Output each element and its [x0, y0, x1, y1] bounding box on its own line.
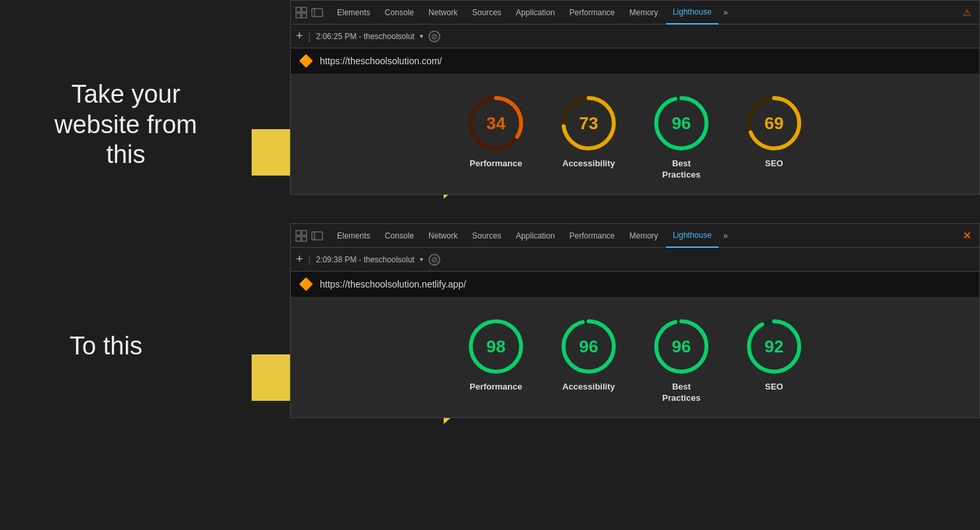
svg-rect-16 — [296, 231, 301, 235]
tab-console-b[interactable]: Console — [378, 224, 420, 248]
tab-application-b[interactable]: Application — [509, 224, 562, 248]
tab-elements[interactable]: Elements — [330, 1, 377, 25]
score-number-seo-top: 69 — [765, 113, 784, 134]
url-bar-bottom: 🔶 https://theschoolsolution.netlify.app/ — [291, 272, 979, 297]
score-number-bp-top: 96 — [672, 113, 691, 134]
label-to: To this — [26, 331, 185, 362]
tab-more[interactable]: » — [720, 8, 732, 17]
score-label-seo-top: SEO — [765, 158, 783, 170]
score-circle-seo-top: 69 — [744, 93, 804, 153]
score-label-a11y-bottom: Accessibility — [562, 382, 615, 393]
devtools-icons — [295, 6, 324, 19]
devtools-icons-bottom — [295, 229, 324, 242]
url-icon-bottom: 🔶 — [299, 277, 313, 292]
scores-bottom: 98 Performance 96 Accessibility 96 — [291, 297, 979, 417]
score-number-perf-top: 34 — [487, 113, 506, 134]
toolbar-plus-b[interactable]: + — [296, 252, 303, 266]
tab-memory[interactable]: Memory — [623, 1, 665, 25]
close-icon[interactable]: ✕ — [963, 230, 971, 241]
toolbar-dropdown-top[interactable]: ▾ — [420, 32, 423, 40]
label-from: Take your website from this — [26, 80, 225, 170]
tab-application[interactable]: Application — [509, 1, 562, 25]
score-circle-seo-bottom: 92 — [744, 317, 804, 376]
url-bar-top: 🔶 https://theschoolsolution.com/ — [291, 48, 979, 74]
score-bestpractices-top: 96 BestPractices — [652, 93, 711, 181]
url-icon-top: 🔶 — [299, 54, 313, 68]
score-number-a11y-top: 73 — [579, 113, 599, 134]
tab-sources[interactable]: Sources — [466, 1, 508, 25]
score-seo-bottom: 92 SEO — [744, 317, 804, 404]
score-label-a11y-top: Accessibility — [562, 158, 615, 170]
tab-more-b[interactable]: » — [720, 231, 732, 240]
tab-elements-b[interactable]: Elements — [330, 224, 377, 248]
score-circle-bp-bottom: 96 — [652, 317, 711, 376]
tab-sources-b[interactable]: Sources — [466, 224, 508, 248]
url-text-top: https://theschoolsolution.com/ — [320, 56, 442, 66]
svg-rect-3 — [302, 7, 307, 12]
score-performance-bottom: 98 Performance — [466, 317, 526, 404]
toolbar-divider: | — [309, 31, 311, 42]
score-number-a11y-bottom: 96 — [579, 337, 599, 357]
tab-performance[interactable]: Performance — [563, 1, 622, 25]
score-bestpractices-bottom: 96 BestPractices — [652, 317, 711, 404]
svg-rect-19 — [302, 237, 307, 241]
toolbar-dropdown-bottom[interactable]: ▾ — [420, 256, 423, 263]
score-number-bp-bottom: 96 — [672, 337, 691, 357]
tab-console[interactable]: Console — [378, 1, 420, 25]
tab-lighthouse[interactable]: Lighthouse — [666, 1, 718, 25]
toolbar-circle-bottom[interactable]: ⊘ — [428, 254, 440, 266]
svg-rect-18 — [296, 237, 301, 241]
tab-bar-bottom: Elements Console Network Sources Applica… — [291, 224, 979, 248]
score-circle-a11y-bottom: 96 — [559, 317, 618, 376]
score-circle-perf-bottom: 98 — [466, 317, 526, 376]
score-seo-top: 69 SEO — [744, 93, 804, 181]
svg-rect-6 — [312, 9, 322, 17]
tab-lighthouse-b[interactable]: Lighthouse — [666, 224, 718, 248]
svg-rect-4 — [296, 13, 301, 18]
score-label-bp-top: BestPractices — [662, 158, 701, 181]
url-text-bottom: https://theschoolsolution.netlify.app/ — [320, 279, 466, 290]
score-performance-top: 34 Performance — [466, 93, 526, 181]
scores-top: 34 Performance 73 Accessibility 96 — [291, 74, 979, 194]
svg-rect-20 — [312, 232, 322, 240]
score-number-perf-bottom: 98 — [487, 337, 506, 357]
toolbar-plus[interactable]: + — [296, 29, 303, 43]
tab-network-b[interactable]: Network — [422, 224, 464, 248]
warning-icon: ⚠ — [963, 7, 971, 18]
score-number-seo-bottom: 92 — [765, 337, 784, 357]
svg-rect-17 — [302, 231, 307, 235]
toolbar-divider-b: | — [309, 254, 311, 265]
toolbar-time-bottom: 2:09:38 PM - theschoolsolut — [316, 255, 415, 264]
tab-bar-top: Elements Console Network Sources Applica… — [291, 1, 979, 25]
toolbar-time-top: 2:06:25 PM - theschoolsolut — [316, 32, 415, 41]
score-label-seo-bottom: SEO — [765, 382, 783, 393]
svg-rect-2 — [296, 7, 301, 12]
score-label-perf-top: Performance — [469, 158, 522, 170]
toolbar-circle-top[interactable]: ⊘ — [428, 30, 440, 42]
devtools-panel-bottom: Elements Console Network Sources Applica… — [290, 223, 980, 418]
score-label-bp-bottom: BestPractices — [662, 382, 701, 404]
score-circle-bp-top: 96 — [652, 93, 711, 153]
score-circle-perf-top: 34 — [466, 93, 526, 153]
score-label-perf-bottom: Performance — [469, 382, 522, 393]
tab-performance-b[interactable]: Performance — [563, 224, 622, 248]
toolbar-top: + | 2:06:25 PM - theschoolsolut ▾ ⊘ — [291, 25, 979, 48]
score-accessibility-top: 73 Accessibility — [559, 93, 618, 181]
score-circle-a11y-top: 73 — [559, 93, 618, 153]
devtools-panel-top: Elements Console Network Sources Applica… — [290, 0, 980, 195]
tab-memory-b[interactable]: Memory — [623, 224, 665, 248]
toolbar-bottom: + | 2:09:38 PM - theschoolsolut ▾ ⊘ — [291, 248, 979, 272]
svg-rect-5 — [302, 13, 307, 18]
tab-network[interactable]: Network — [422, 1, 464, 25]
score-accessibility-bottom: 96 Accessibility — [559, 317, 618, 404]
